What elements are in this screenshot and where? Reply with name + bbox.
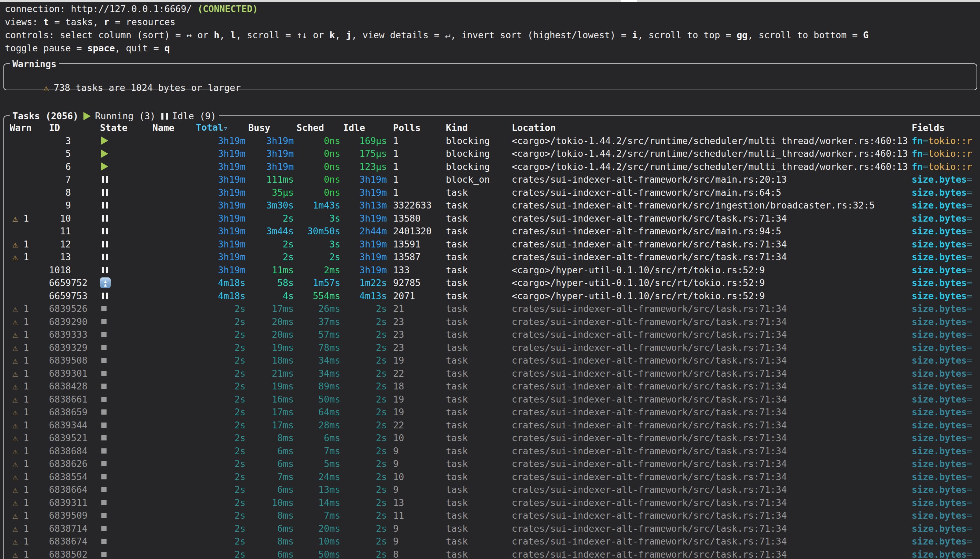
table-row[interactable]: ⚠1 6838714 2s 6ms 20ms 2s 9 task crates/…: [4, 522, 980, 535]
warn-cell: ⚠1: [10, 328, 49, 341]
table-body: ⚠ 3 3h19m 3h19m 0ns 169µs 1 blocking <ca…: [4, 134, 980, 559]
warning-icon: ⚠: [12, 457, 18, 470]
table-row[interactable]: ⚠1 6839329 2s 19ms 78ms 2s 23 task crate…: [4, 341, 980, 354]
warning-icon: ⚠: [12, 315, 18, 328]
polls-cell: 11: [393, 509, 446, 522]
column-header-location[interactable]: Location: [512, 121, 912, 134]
polls-cell: 18: [393, 380, 446, 393]
sched-duration-cell: 64ms: [294, 406, 340, 419]
table-row[interactable]: ⚠1 6839521 2s 8ms 6ms 2s 10 task crates/…: [4, 432, 980, 445]
table-row[interactable]: ⚠ 6 3h19m 3h19m 0ns 123µs 1 blocking <ca…: [4, 160, 980, 174]
warning-icon: ⚠: [12, 302, 18, 315]
scrollbar-thumb[interactable]: [621, 0, 637, 2]
column-header-sched[interactable]: Sched: [294, 121, 340, 134]
fields-cell: size.bytes=: [912, 289, 980, 303]
table-row[interactable]: ⚠1 6839311 2s 10ms 14ms 2s 13 task crate…: [4, 496, 980, 509]
column-header-name[interactable]: Name: [152, 121, 193, 134]
task-state-cell: [100, 176, 152, 183]
table-row[interactable]: ⚠1 6838626 2s 6ms 5ms 2s 9 task crates/s…: [4, 457, 980, 470]
fields-cell: size.bytes=: [912, 483, 980, 496]
task-state-cell: [100, 358, 152, 363]
warn-cell: ⚠1: [10, 393, 49, 406]
table-row[interactable]: ⚠ 5 3h19m 3h19m 0ns 175µs 1 blocking <ca…: [4, 147, 980, 160]
polls-cell: 1: [393, 186, 446, 199]
table-row[interactable]: ⚠1 13 3h19m 2s 2s 3h19m 13587 task crate…: [4, 251, 980, 264]
idle-duration-cell: 2s: [340, 535, 387, 548]
task-id-cell: 5: [49, 147, 100, 160]
table-row[interactable]: ⚠1 6838664 2s 6ms 13ms 2s 9 task crates/…: [4, 483, 980, 496]
fields-cell: size.bytes=: [912, 225, 980, 238]
pause-icon: [102, 176, 108, 183]
polls-cell: 19: [393, 406, 446, 419]
table-row[interactable]: ⚠ 9 3h19m 3m30s 1m43s 3h13m 3322633 task…: [4, 199, 980, 212]
column-header-idle[interactable]: Idle: [340, 121, 387, 134]
table-row[interactable]: ⚠1 6838674 2s 8ms 10ms 2s 9 task crates/…: [4, 535, 980, 548]
kind-cell: blocking: [446, 147, 512, 160]
table-row[interactable]: ⚠ 11 3h19m 3m44s 30m50s 2h44m 2401320 ta…: [4, 225, 980, 238]
table-row[interactable]: ⚠1 6838684 2s 6ms 7ms 2s 9 task crates/s…: [4, 445, 980, 458]
task-state-cell: [100, 474, 152, 480]
table-row[interactable]: ⚠1 6839508 2s 18ms 34ms 2s 19 task crate…: [4, 354, 980, 367]
table-row[interactable]: ⚠1 6838659 2s 17ms 64ms 2s 19 task crate…: [4, 406, 980, 419]
fields-cell: size.bytes=: [912, 393, 980, 406]
sched-duration-cell: 0ns: [294, 134, 340, 147]
idle-duration-cell: 3h19m: [340, 186, 387, 199]
busy-duration-cell: 8ms: [245, 432, 294, 445]
column-header-warn[interactable]: Warn: [10, 121, 49, 134]
table-row[interactable]: ⚠1 6839526 2s 17ms 26ms 2s 21 task crate…: [4, 302, 980, 315]
table-row[interactable]: ⚠ 7 3h19m 111ms 0ns 3h19m 1 block_on cra…: [4, 173, 980, 186]
idle-duration-cell: 2s: [340, 380, 387, 393]
idle-duration-cell: 2s: [340, 457, 387, 470]
idle-duration-cell: 2s: [340, 328, 387, 341]
table-row[interactable]: ⚠1 6838502 2s 6ms 50ms 2s 8 task crates/…: [4, 548, 980, 559]
column-header-busy[interactable]: Busy: [245, 121, 294, 134]
task-id-cell: 6839526: [49, 302, 100, 315]
stop-icon: [101, 448, 106, 453]
fields-cell: size.bytes=: [912, 238, 980, 251]
task-id-cell: 6839329: [49, 341, 100, 354]
table-row[interactable]: ⚠1 6839509 2s 8ms 7ms 2s 11 task crates/…: [4, 509, 980, 522]
column-header-fields[interactable]: Fields: [912, 121, 980, 134]
table-row[interactable]: ⚠1 6839344 2s 17ms 28ms 2s 22 task crate…: [4, 419, 980, 432]
warning-message: 738 tasks are 1024 bytes or larger: [54, 83, 241, 93]
stop-icon: [101, 487, 106, 492]
polls-cell: 1: [393, 160, 446, 174]
table-row[interactable]: ⚠1 10 3h19m 2s 3s 3h19m 13580 task crate…: [4, 212, 980, 225]
busy-duration-cell: 7ms: [245, 470, 294, 483]
table-row[interactable]: ⚠1 6838428 2s 19ms 89ms 2s 18 task crate…: [4, 380, 980, 393]
table-row[interactable]: ⚠1 6839333 2s 20ms 57ms 2s 23 task crate…: [4, 328, 980, 341]
table-row[interactable]: ⚠ 6659753 4m18s 4s 554ms 4m13s 2071 task…: [4, 289, 980, 303]
column-header-state[interactable]: State: [100, 121, 152, 134]
table-header-row: Warn ID State Name Total▿ Busy Sched Idl…: [4, 121, 980, 134]
pause-icon: [102, 189, 108, 196]
table-row[interactable]: ⚠1 6838661 2s 16ms 50ms 2s 19 task crate…: [4, 393, 980, 406]
table-row[interactable]: ⚠1 12 3h19m 2s 3s 3h19m 13591 task crate…: [4, 238, 980, 251]
location-cell: crates/sui-indexer-alt-framework/src/tas…: [512, 483, 912, 496]
sched-duration-cell: 6ms: [294, 432, 340, 445]
table-row[interactable]: ⚠ 8 3h19m 35µs 0ns 3h19m 1 task crates/s…: [4, 186, 980, 199]
stop-icon: [101, 384, 106, 389]
table-row[interactable]: ⚠ 6659752 ▲▲ 4m18s 58s 1m57s 1m22s 92785…: [4, 276, 980, 289]
pause-icon: [102, 202, 108, 208]
table-row[interactable]: ⚠ 1018 3h19m 11ms 2ms 3h19m 133 task <ca…: [4, 264, 980, 277]
column-header-total-sorted[interactable]: Total▿: [193, 121, 245, 135]
kind-cell: task: [446, 509, 512, 522]
table-row[interactable]: ⚠1 6838554 2s 7ms 24ms 2s 10 task crates…: [4, 470, 980, 483]
table-row[interactable]: ⚠1 6839290 2s 20ms 37ms 2s 23 task crate…: [4, 315, 980, 328]
warning-icon: ⚠: [12, 483, 18, 496]
busy-duration-cell: 19ms: [245, 380, 294, 393]
warning-icon: ⚠: [12, 393, 18, 406]
task-state-cell: [100, 202, 152, 208]
status-header: connection: http://127.0.0.1:6669/ (CONN…: [5, 2, 980, 55]
task-id-cell: 6838714: [49, 522, 100, 535]
table-row[interactable]: ⚠1 6839301 2s 21ms 34ms 2s 22 task crate…: [4, 367, 980, 380]
table-row[interactable]: ⚠ 3 3h19m 3h19m 0ns 169µs 1 blocking <ca…: [4, 134, 980, 147]
column-header-kind[interactable]: Kind: [446, 121, 512, 134]
task-state-cell: [100, 487, 152, 492]
polls-cell: 1: [393, 134, 446, 147]
kind-cell: task: [446, 522, 512, 535]
scrollbar-track[interactable]: [0, 0, 980, 2]
column-header-polls[interactable]: Polls: [393, 121, 446, 134]
column-header-id[interactable]: ID: [49, 121, 100, 134]
busy-duration-cell: 2s: [245, 251, 294, 264]
